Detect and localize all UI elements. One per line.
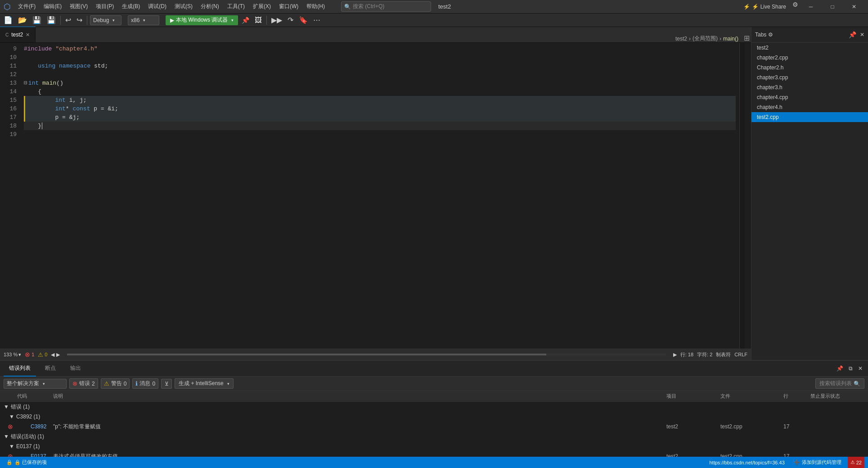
save-all-icon[interactable]: 💾 bbox=[45, 15, 58, 26]
back-icon[interactable]: ◀ bbox=[51, 352, 54, 358]
menu-debug[interactable]: 调试(D) bbox=[144, 2, 170, 11]
zoom-control[interactable]: 133 % ▾ bbox=[4, 352, 21, 358]
tabs-panel-pin-icon[interactable]: 📌 bbox=[849, 31, 856, 38]
scope-dropdown[interactable]: 整个解决方案 ▾ bbox=[4, 379, 67, 389]
menu-analyze[interactable]: 分析(N) bbox=[197, 2, 223, 11]
code-content[interactable]: #include "chapter4.h" using namespace st… bbox=[20, 43, 739, 349]
open-icon[interactable]: 📂 bbox=[16, 15, 29, 26]
panel-float-icon[interactable]: ⧉ bbox=[847, 364, 855, 373]
error-row-c3892[interactable]: ⊗ C3892 "p": 不能给常量赋值 test2 test2.cpp 17 bbox=[0, 422, 868, 432]
live-share-btn[interactable]: ⚡ ⚡ Live Share bbox=[740, 0, 790, 14]
toolbar: 📄 📂 💾 💾 ↩ ↪ Debug ▾ x86 ▾ ▶ 本地 Windows 调… bbox=[0, 14, 868, 27]
menu-help[interactable]: 帮助(H) bbox=[303, 2, 328, 11]
run-button[interactable]: ▶ 本地 Windows 调试器 ▾ bbox=[166, 15, 238, 25]
tabs-panel-item[interactable]: chapter2.cpp bbox=[751, 53, 868, 63]
statusbar: 🔒 🔒 已保存的项 https://bbs.csdn.net/topics/f=… bbox=[0, 457, 868, 468]
warning-badge[interactable]: ⚠ 0 bbox=[38, 351, 47, 358]
close-button[interactable]: ✕ bbox=[844, 0, 864, 14]
menu-edit[interactable]: 编辑(E) bbox=[40, 2, 65, 11]
panel-pin-icon[interactable]: 📌 bbox=[835, 364, 845, 373]
warning-filter-btn[interactable]: ⚠ 警告 0 bbox=[101, 378, 130, 389]
search-errors-box[interactable]: 搜索错误列表 🔍 bbox=[815, 378, 864, 389]
tabs-panel-item[interactable]: Chapter2.h bbox=[751, 63, 868, 73]
menu-project[interactable]: 项目(P) bbox=[92, 2, 117, 11]
new-project-icon[interactable]: 📄 bbox=[2, 15, 14, 26]
menu-tools[interactable]: 工具(T) bbox=[224, 2, 248, 11]
liveshare-label: ⚡ Live Share bbox=[752, 4, 786, 10]
error-status[interactable]: ⚠ 22 bbox=[848, 457, 864, 468]
search-box[interactable]: 🔍 搜索 (Ctrl+Q) bbox=[341, 1, 431, 12]
tab-close-icon[interactable]: ✕ bbox=[26, 32, 30, 38]
tabs-panel-item[interactable]: chapter3.h bbox=[751, 82, 868, 92]
breadcrumb-sep2: › bbox=[720, 36, 721, 42]
screenshot-icon[interactable]: 🖼 bbox=[253, 15, 264, 26]
debug-config-dropdown[interactable]: Debug ▾ bbox=[90, 15, 121, 25]
url-status[interactable]: https://bbs.csdn.net/topics/f=36.43 bbox=[707, 457, 787, 468]
step-over-icon[interactable]: ↷ bbox=[286, 15, 295, 26]
col-code[interactable]: 代码 bbox=[17, 393, 53, 400]
error-subsection-e0137[interactable]: ▼ E0137 (1) bbox=[0, 441, 868, 451]
tabs-panel-item[interactable]: test2.cpp bbox=[751, 112, 868, 122]
editor-tab-active[interactable]: C test2 ✕ bbox=[0, 27, 36, 42]
editor-scrollbar[interactable] bbox=[745, 43, 751, 349]
tabs-panel-item[interactable]: test2 bbox=[751, 43, 868, 53]
menu-test[interactable]: 测试(S) bbox=[171, 2, 196, 11]
error-subsection-c3892[interactable]: ▼ C3892 (1) bbox=[0, 412, 868, 422]
add-code-repo-btn[interactable]: ➕ 添加到源代码管理 bbox=[791, 457, 844, 468]
c3892-icon: ⊗ bbox=[4, 423, 17, 430]
error-list: ▼ 错误 (1) ▼ C3892 (1) ⊗ C3892 "p": 不能给常量赋… bbox=[0, 402, 868, 457]
error-section-2[interactable]: ▼ 错误(活动) (1) bbox=[0, 432, 868, 441]
error-badge[interactable]: ⊗ 1 bbox=[25, 351, 34, 358]
yellow-indicator-16 bbox=[24, 105, 25, 113]
menu-build[interactable]: 生成(B) bbox=[118, 2, 144, 11]
error-row-e0137[interactable]: ⊛ E0137 表达式必须是可修改的左值 test2 test2.cpp 17 bbox=[0, 451, 868, 457]
col-suppress[interactable]: 禁止显示状态 bbox=[810, 393, 864, 400]
filter-extra-btn[interactable]: ⊻ bbox=[161, 379, 172, 389]
tabs-panel-close-icon[interactable]: ✕ bbox=[860, 32, 864, 38]
tabs-panel-item[interactable]: chapter4.h bbox=[751, 102, 868, 112]
maximize-button[interactable]: □ bbox=[822, 0, 843, 14]
cursor-col: 字符: 2 bbox=[697, 351, 712, 358]
tab-error-list[interactable]: 错误列表 bbox=[4, 361, 36, 377]
minimize-button[interactable]: ─ bbox=[801, 0, 821, 14]
build-filter-label: 生成 + IntelliSense bbox=[179, 380, 224, 387]
tabs-panel-item[interactable]: chapter4.cpp bbox=[751, 92, 868, 102]
scope-arrow: ▾ bbox=[43, 382, 45, 386]
split-editor-icon[interactable]: ⊞ bbox=[742, 34, 751, 42]
search-placeholder: 搜索 (Ctrl+Q) bbox=[353, 3, 384, 10]
debug-more-icon[interactable]: ⋯ bbox=[311, 15, 322, 26]
debug-icon[interactable]: ▶▶ bbox=[270, 15, 284, 26]
pin-icon[interactable]: 📌 bbox=[240, 15, 251, 26]
bottom-panel-header: 错误列表 断点 输出 📌 ⧉ ✕ bbox=[0, 361, 868, 377]
menu-view[interactable]: 视图(V) bbox=[66, 2, 91, 11]
forward-icon[interactable]: ▶ bbox=[56, 352, 60, 358]
error-filter-btn[interactable]: ⊗ 错误 2 bbox=[69, 378, 98, 389]
scrollbar-track[interactable] bbox=[67, 354, 666, 355]
menu-window[interactable]: 窗口(W) bbox=[275, 2, 302, 11]
error-section-1[interactable]: ▼ 错误 (1) bbox=[0, 402, 868, 412]
editor-section: C test2 ✕ test2 › (全局范围) › main() ⊞ 9 10… bbox=[0, 27, 751, 360]
build-filter-dropdown[interactable]: 生成 + IntelliSense ▾ bbox=[175, 378, 234, 389]
menu-file[interactable]: 文件(F) bbox=[14, 2, 39, 11]
tabs-panel-items: test2chapter2.cppChapter2.hchapter3.cppc… bbox=[751, 43, 868, 122]
save-icon[interactable]: 💾 bbox=[31, 15, 43, 26]
tabs-panel-item[interactable]: chapter3.cpp bbox=[751, 73, 868, 82]
menu-extensions[interactable]: 扩展(X) bbox=[249, 2, 274, 11]
message-filter-btn[interactable]: ℹ 消息 0 bbox=[132, 378, 158, 389]
col-description[interactable]: 说明 bbox=[53, 393, 666, 400]
col-project[interactable]: 项目 bbox=[666, 393, 720, 400]
tab-output[interactable]: 输出 bbox=[65, 361, 86, 377]
saved-status[interactable]: 🔒 🔒 已保存的项 bbox=[4, 457, 49, 468]
scroll-right-icon[interactable]: ▶ bbox=[673, 352, 677, 358]
undo-icon[interactable]: ↩ bbox=[63, 15, 73, 26]
line-num-15: 15 bbox=[0, 96, 17, 105]
extensions-icon[interactable]: ⚙ bbox=[791, 0, 800, 9]
warning-icon: ⚠ bbox=[38, 351, 43, 358]
bookmark-icon[interactable]: 🔖 bbox=[297, 15, 310, 26]
panel-close-icon[interactable]: ✕ bbox=[856, 364, 864, 373]
col-file[interactable]: 文件 bbox=[720, 393, 783, 400]
tab-breakpoints[interactable]: 断点 bbox=[40, 361, 61, 377]
col-line[interactable]: 行 bbox=[783, 393, 810, 400]
platform-dropdown[interactable]: x86 ▾ bbox=[128, 15, 159, 25]
redo-icon[interactable]: ↪ bbox=[75, 15, 84, 26]
